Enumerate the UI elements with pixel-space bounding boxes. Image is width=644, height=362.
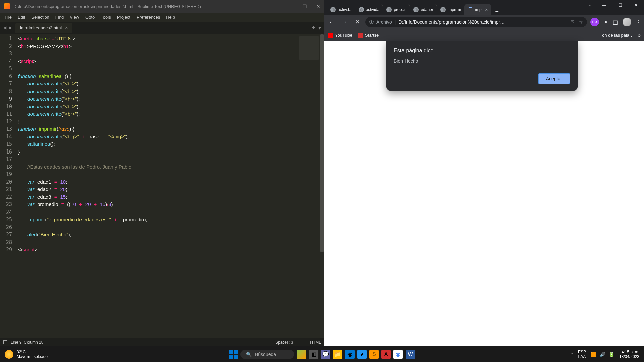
start-button[interactable] xyxy=(229,350,238,359)
status-spaces[interactable]: Spaces: 3 xyxy=(275,340,293,345)
profile-badge[interactable]: LR xyxy=(590,18,599,26)
taskbar-teams-icon[interactable]: 💬 xyxy=(321,350,330,359)
chrome-close-button[interactable]: ✕ xyxy=(628,3,644,8)
forward-button[interactable]: → xyxy=(340,19,349,26)
sublime-titlebar[interactable]: D:\Info\Documents\programacion oracle\im… xyxy=(0,0,324,13)
panel-icon[interactable] xyxy=(3,340,7,344)
file-tab[interactable]: imprimiredades2.html × xyxy=(15,23,72,33)
taskbar-acrobat-icon[interactable]: A xyxy=(381,350,391,359)
browser-tab-1[interactable]: activida xyxy=(355,4,383,15)
chrome-toolbar: ← → ✕ ⓘ Archivo | D:/Info/Documents/prog… xyxy=(324,15,644,29)
profile-avatar[interactable] xyxy=(623,18,631,26)
menu-project[interactable]: Project xyxy=(114,14,133,20)
sidepanel-icon[interactable]: ◫ xyxy=(613,19,618,25)
taskbar-store-icon[interactable]: 🛍 xyxy=(357,350,367,359)
tab-close-icon[interactable]: × xyxy=(485,7,488,12)
chrome-maximize-button[interactable]: ☐ xyxy=(612,3,628,8)
sublime-window: D:\Info\Documents\programacion oracle\im… xyxy=(0,0,324,346)
weather-desc: Mayorm. soleado xyxy=(17,354,48,359)
dialog-accept-button[interactable]: Aceptar xyxy=(538,73,570,84)
tab-nav-back-icon[interactable]: ◀ xyxy=(2,25,8,30)
editor-scrollbar[interactable] xyxy=(320,34,324,338)
extensions-icon[interactable]: ✦ xyxy=(604,19,608,25)
taskbar-explorer-icon[interactable]: 📁 xyxy=(333,350,342,359)
weather-temp: 32°C xyxy=(17,350,48,354)
menu-help[interactable]: Help xyxy=(163,14,178,20)
loading-spinner-icon xyxy=(468,7,473,12)
taskbar-sublime-icon[interactable]: S xyxy=(369,350,379,359)
chrome-titlebar[interactable]: activida activida probar edaher imprimi … xyxy=(324,0,644,15)
menu-file[interactable]: File xyxy=(2,14,14,20)
menu-goto[interactable]: Goto xyxy=(83,14,97,20)
status-syntax[interactable]: HTML xyxy=(310,340,321,345)
browser-tab-4[interactable]: imprimi xyxy=(437,4,465,15)
menu-tools[interactable]: Tools xyxy=(98,14,113,20)
wifi-icon[interactable]: 📶 xyxy=(591,352,596,357)
dialog-title: Esta página dice xyxy=(394,48,570,54)
tab-dropdown-icon[interactable]: ▾ xyxy=(318,25,321,31)
battery-icon[interactable]: 🔋 xyxy=(609,352,614,357)
line-gutter: 1234567891011121314151617181920212223242… xyxy=(0,34,18,338)
browser-tab-3[interactable]: edaher xyxy=(410,4,437,15)
taskbar-language[interactable]: ESP LAA xyxy=(578,350,586,359)
chrome-minimize-button[interactable]: — xyxy=(596,3,612,8)
code-content[interactable]: <meta charset="UTF-8"> <h1>PROGRAMA</h1>… xyxy=(18,34,298,338)
tray-chevron-icon[interactable]: ⌃ xyxy=(570,352,573,357)
info-icon[interactable]: ⓘ xyxy=(369,19,374,25)
sublime-logo-icon xyxy=(4,3,10,9)
windows-taskbar: 32°C Mayorm. soleado 🔍 Búsqueda ◧ 💬 📁 ◉ … xyxy=(0,346,644,362)
menu-preferences[interactable]: Preferences xyxy=(134,14,163,20)
bookmark-startse[interactable]: Startse xyxy=(358,33,379,38)
bookmarks-overflow-icon[interactable]: » xyxy=(638,32,641,38)
code-editor[interactable]: 1234567891011121314151617181920212223242… xyxy=(0,34,324,338)
tab-nav-fwd-icon[interactable]: ▶ xyxy=(8,25,13,30)
sublime-close-button[interactable]: ✕ xyxy=(316,4,320,9)
chrome-tabstrip: activida activida probar edaher imprimi … xyxy=(324,0,585,15)
sublime-maximize-button[interactable]: ☐ xyxy=(303,4,307,9)
taskbar-weather[interactable]: 32°C Mayorm. soleado xyxy=(0,350,52,359)
chrome-menu-icon[interactable]: ⋮ xyxy=(636,19,641,25)
sublime-menubar: File Edit Selection Find View Goto Tools… xyxy=(0,13,324,22)
browser-tab-active[interactable]: imp× xyxy=(464,4,491,15)
back-button[interactable]: ← xyxy=(327,19,336,26)
menu-find[interactable]: Find xyxy=(53,14,66,20)
stop-button[interactable]: ✕ xyxy=(353,18,362,26)
share-icon[interactable]: ⇱ xyxy=(571,19,575,25)
sublime-statusbar: Line 9, Column 28 Spaces: 3 HTML xyxy=(0,338,324,346)
menu-edit[interactable]: Edit xyxy=(15,14,28,20)
cursor-position: Line 9, Column 28 xyxy=(11,340,43,345)
bookmark-youtube[interactable]: YouTube xyxy=(328,33,352,38)
startse-icon xyxy=(358,33,363,38)
page-content: Esta página dice Bien Hecho Aceptar xyxy=(324,41,644,346)
tab-close-icon[interactable]: × xyxy=(65,25,68,31)
bookmarks-bar: YouTube Startse ón de las pala… » xyxy=(324,29,644,41)
sublime-tabbar: ◀ ▶ imprimiredades2.html × + ▾ xyxy=(0,22,324,34)
sublime-title: D:\Info\Documents\programacion oracle\im… xyxy=(13,4,288,9)
taskbar-clock[interactable]: 4:15 p. m. 18/04/2023 xyxy=(619,350,639,359)
taskbar-center: 🔍 Búsqueda ◧ 💬 📁 ◉ 🛍 S A ◉ W xyxy=(229,350,415,359)
globe-icon xyxy=(413,7,419,12)
taskbar-search[interactable]: 🔍 Búsqueda xyxy=(240,350,294,359)
taskbar-word-icon[interactable]: W xyxy=(406,350,415,359)
file-tab-label: imprimiredades2.html xyxy=(20,25,62,31)
taskbar-chrome-icon[interactable]: ◉ xyxy=(393,350,403,359)
bookmark-pala[interactable]: ón de las pala… xyxy=(602,33,634,38)
globe-icon xyxy=(440,7,446,12)
volume-icon[interactable]: 🔊 xyxy=(600,352,605,357)
taskbar-taskview-icon[interactable]: ◧ xyxy=(309,350,318,359)
browser-tab-2[interactable]: probar xyxy=(383,4,410,15)
browser-tab-0[interactable]: activida xyxy=(327,4,355,15)
star-icon[interactable]: ☆ xyxy=(579,19,583,25)
new-tab-button[interactable]: + xyxy=(491,8,503,15)
taskbar-edge-icon[interactable]: ◉ xyxy=(345,350,355,359)
url-text: D:/Info/Documents/programacion%20oracle/… xyxy=(398,19,568,25)
sublime-minimize-button[interactable]: — xyxy=(288,4,293,9)
dialog-message: Bien Hecho xyxy=(394,58,570,64)
menu-selection[interactable]: Selection xyxy=(29,14,52,20)
address-bar[interactable]: ⓘ Archivo | D:/Info/Documents/programaci… xyxy=(365,17,587,27)
globe-icon xyxy=(330,7,336,12)
tab-add-icon[interactable]: + xyxy=(312,25,315,31)
taskbar-widget-icon[interactable] xyxy=(297,350,306,359)
tabs-dropdown-icon[interactable]: ⌄ xyxy=(585,3,596,7)
menu-view[interactable]: View xyxy=(67,14,82,20)
